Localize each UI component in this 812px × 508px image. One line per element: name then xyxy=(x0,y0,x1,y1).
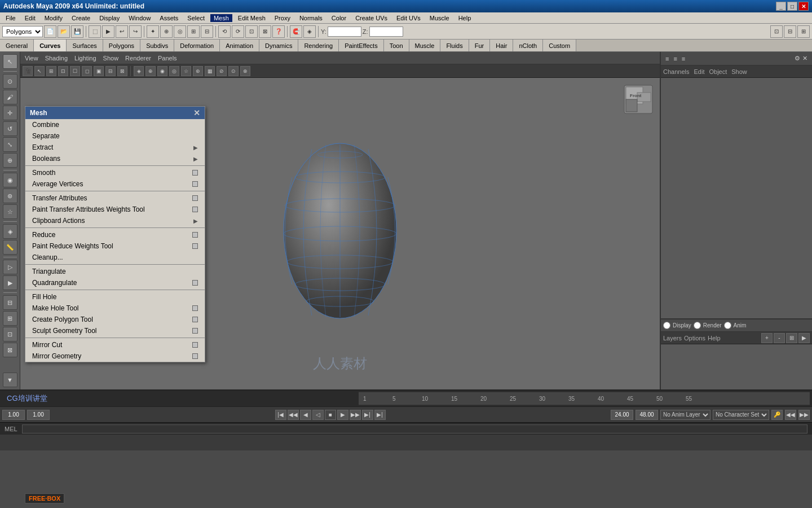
menu-item-clipboard[interactable]: Clipboard Actions ▶ xyxy=(25,215,205,226)
menu-edit[interactable]: Edit xyxy=(21,14,39,22)
timeline-ruler[interactable]: 1 5 10 15 20 25 30 35 40 45 50 55 xyxy=(359,392,810,405)
vp-icon-2[interactable]: ⊞ xyxy=(46,66,56,76)
mirror-cut-option-box[interactable] xyxy=(192,342,198,348)
layer-radio-display[interactable] xyxy=(663,322,670,329)
tool-paint[interactable]: 🖌 xyxy=(3,90,17,104)
tab-dynamics[interactable]: Dynamics xyxy=(259,40,298,51)
vp-menu-renderer[interactable]: Renderer xyxy=(123,55,153,62)
tool-rotate[interactable]: ↺ xyxy=(3,121,17,136)
go-to-start-button[interactable]: |◀ xyxy=(275,410,286,420)
maximize-button[interactable]: □ xyxy=(787,2,797,11)
menu-item-extract[interactable]: Extract ▶ xyxy=(25,142,205,153)
toolbar-right-btn-3[interactable]: ⊞ xyxy=(797,25,810,38)
ch-tab-edit[interactable]: Edit xyxy=(694,68,704,75)
toolbar-btn-11[interactable]: ⊞ xyxy=(187,25,200,38)
tool-extra4[interactable]: ⊠ xyxy=(3,343,17,357)
toolbar-btn-12[interactable]: ⊟ xyxy=(201,25,213,38)
tab-surfaces[interactable]: Surfaces xyxy=(67,40,103,51)
menu-proxy[interactable]: Proxy xyxy=(271,14,294,22)
tab-animation[interactable]: Animation xyxy=(220,40,259,51)
vp-menu-shading[interactable]: Shading xyxy=(43,55,70,62)
tab-toon[interactable]: Toon xyxy=(384,40,409,51)
toolbar-right-btn-1[interactable]: ⊡ xyxy=(770,25,783,38)
vp-icon-8[interactable]: ⊠ xyxy=(117,66,127,76)
menu-item-triangulate[interactable]: Triangulate xyxy=(25,266,205,277)
menu-item-cleanup[interactable]: Cleanup... xyxy=(25,252,205,263)
toolbar-btn-13[interactable]: ⟲ xyxy=(218,25,231,38)
tool-sculpt[interactable]: ⊛ xyxy=(3,189,17,203)
tab-fur[interactable]: Fur xyxy=(469,40,491,51)
menu-color[interactable]: Color xyxy=(328,14,350,22)
char-set-select[interactable]: No Character Set xyxy=(713,410,769,420)
toolbar-btn-18[interactable]: ◈ xyxy=(303,25,316,38)
close-button[interactable]: ✕ xyxy=(798,2,809,11)
rp-settings-icon[interactable]: ⚙ xyxy=(795,55,800,62)
menu-edit-mesh[interactable]: Edit Mesh xyxy=(235,14,269,22)
smooth-option-box[interactable] xyxy=(192,170,198,176)
tool-lasso[interactable]: ⊙ xyxy=(3,74,17,89)
ch-tab-object[interactable]: Object xyxy=(709,68,727,75)
tab-fluids[interactable]: Fluids xyxy=(440,40,469,51)
menu-edit-uvs[interactable]: Edit UVs xyxy=(393,14,424,22)
menu-normals[interactable]: Normals xyxy=(296,14,326,22)
tab-muscle[interactable]: Muscle xyxy=(409,40,441,51)
quadrangulate-option-box[interactable] xyxy=(192,280,198,286)
menu-item-create-polygon[interactable]: Create Polygon Tool xyxy=(25,314,205,325)
toolbar-btn-9[interactable]: ⊕ xyxy=(160,25,173,38)
mirror-geometry-option-box[interactable] xyxy=(192,353,198,359)
vp-icon-17[interactable]: ⊙ xyxy=(228,66,239,76)
sculpt-geometry-option-box[interactable] xyxy=(192,328,198,334)
menu-item-sculpt-geometry[interactable]: Sculpt Geometry Tool xyxy=(25,325,205,336)
vp-icon-5[interactable]: ◻ xyxy=(82,66,92,76)
step-forward-button[interactable]: ▶| xyxy=(362,410,373,420)
paint-reduce-option-box[interactable] xyxy=(192,243,198,249)
rp-header-icon-2[interactable]: ≡ xyxy=(673,55,677,62)
tool-extra1[interactable]: ⊟ xyxy=(3,295,17,310)
menu-window[interactable]: Window xyxy=(125,14,154,22)
play-forward-button[interactable]: ▶ xyxy=(337,410,348,420)
start-frame-input[interactable] xyxy=(2,410,25,420)
layer-radio-render[interactable] xyxy=(694,322,701,329)
tool-move[interactable]: ✛ xyxy=(3,106,17,120)
vp-icon-camera[interactable]: 🎥 xyxy=(23,66,33,76)
tab-subdivs[interactable]: Subdivs xyxy=(140,40,174,51)
pb-right-icon1[interactable]: ◀◀ xyxy=(785,410,796,420)
average-vertices-option-box[interactable] xyxy=(192,181,198,187)
vp-icon-12[interactable]: ◎ xyxy=(169,66,179,76)
ch-tab-show[interactable]: Show xyxy=(731,68,747,75)
menu-modify[interactable]: Modify xyxy=(41,14,66,22)
tool-snap[interactable]: ◈ xyxy=(3,224,17,239)
vp-menu-lighting[interactable]: Lighting xyxy=(72,55,99,62)
toolbar-btn-1[interactable]: 📄 xyxy=(44,25,56,38)
tool-render[interactable]: ▷ xyxy=(3,260,17,274)
tool-down-arrow[interactable]: ▼ xyxy=(3,373,17,387)
menu-help[interactable]: Help xyxy=(455,14,475,22)
tool-measure[interactable]: 📏 xyxy=(3,240,17,255)
rp-header-icon-3[interactable]: ≡ xyxy=(682,55,685,62)
tab-polygons[interactable]: Polygons xyxy=(103,40,140,51)
toolbar-btn-4[interactable]: ⬚ xyxy=(89,25,101,38)
vp-icon-13[interactable]: ☆ xyxy=(181,66,191,76)
vp-icon-18[interactable]: ⊗ xyxy=(240,66,250,76)
pb-right-icon2[interactable]: ▶▶ xyxy=(798,410,810,420)
menu-item-average-vertices[interactable]: Average Vertices xyxy=(25,178,205,190)
toolbar-magnet[interactable]: 🧲 xyxy=(290,25,302,38)
menu-item-reduce[interactable]: Reduce xyxy=(25,229,205,240)
toolbar-btn-15[interactable]: ⊡ xyxy=(245,25,258,38)
prev-frame-button[interactable]: ◀ xyxy=(300,410,311,420)
menu-item-separate[interactable]: Separate xyxy=(25,130,205,142)
tool-show-manip[interactable]: ☆ xyxy=(3,204,17,219)
step-back-button[interactable]: ◀◀ xyxy=(288,410,299,420)
tool-extra3[interactable]: ⊡ xyxy=(3,327,17,341)
menu-item-mirror-cut[interactable]: Mirror Cut xyxy=(25,339,205,351)
cube-gizmo[interactable]: Front xyxy=(621,82,655,116)
toolbar-btn-10[interactable]: ◎ xyxy=(174,25,186,38)
reduce-option-box[interactable] xyxy=(192,232,198,238)
end-frame-input[interactable] xyxy=(611,410,633,420)
vp-icon-10[interactable]: ⊕ xyxy=(145,66,156,76)
mesh-menu-close[interactable]: ✕ xyxy=(193,108,200,117)
tab-painteffects[interactable]: PaintEffects xyxy=(339,40,384,51)
menu-select[interactable]: Select xyxy=(184,14,208,22)
vp-icon-4[interactable]: ☐ xyxy=(70,66,80,76)
next-frame-button[interactable]: ▶▶ xyxy=(350,410,361,420)
